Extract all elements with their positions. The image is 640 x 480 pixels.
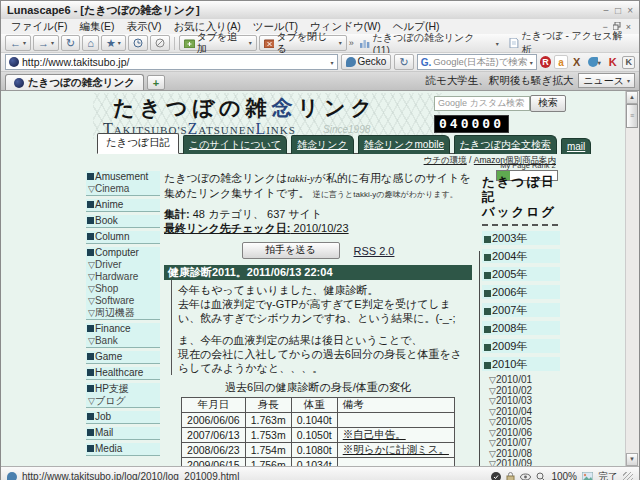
category-item[interactable]: ▽Shop — [86, 283, 160, 295]
refresh-button[interactable]: ↻ — [61, 35, 80, 51]
nav-tabs: たきつぼ日記このサイトについて雑念リンク雑念リンクmobileたきつぼ内全文検索… — [97, 136, 591, 154]
category-item[interactable]: Book — [86, 215, 160, 227]
scroll-down-icon[interactable]: ▼ — [626, 453, 638, 466]
news-button[interactable]: ニュース▾ — [578, 73, 635, 88]
scrollbar-thumb[interactable]: ≡ — [626, 104, 638, 128]
backlog-year[interactable]: 2005年 — [482, 267, 560, 281]
category-item[interactable]: ▽Bank — [86, 335, 160, 347]
zoom-icon[interactable] — [536, 472, 546, 480]
menu-item-1[interactable]: 編集(E) — [73, 20, 120, 32]
category-item[interactable]: HP支援 — [86, 383, 160, 395]
backlog-year[interactable]: 2004年 — [482, 249, 560, 263]
nav-tab-4[interactable]: たきつぼ内全文検索 — [454, 135, 557, 154]
home-button[interactable]: ⌂ — [82, 35, 99, 51]
back-button[interactable]: ←▾ — [5, 35, 31, 51]
category-label: Hardware — [95, 271, 138, 282]
triangle-icon: ▽ — [489, 417, 496, 427]
close-button[interactable]: × — [627, 5, 633, 16]
nav-tab-3[interactable]: 雑念リンクmobile — [358, 135, 450, 154]
bird-icon[interactable]: ▾ — [585, 55, 602, 69]
search-box[interactable]: G. Google(日本語)で検索 ▾ — [417, 54, 537, 70]
backlog-year[interactable]: 2006年 — [482, 285, 560, 299]
image-icon[interactable] — [582, 472, 593, 480]
nav-tab-5[interactable]: mail — [561, 138, 591, 154]
health-table: 年月日身長体重備考 2006/06/061.763m0.1040t2007/06… — [181, 397, 455, 466]
amazon-icon[interactable]: a — [554, 55, 568, 69]
url-dropdown-icon[interactable]: ▾ — [331, 59, 334, 66]
zoom-level[interactable]: 100% — [551, 471, 577, 480]
category-item[interactable]: Computer — [86, 247, 160, 259]
x-icon[interactable]: X — [571, 56, 583, 68]
menu-item-3[interactable]: お気に入り(A) — [167, 20, 246, 32]
nav-tab-1[interactable]: このサイトについて — [183, 135, 287, 154]
rss-link[interactable]: RSS 2.0 — [354, 245, 395, 257]
category-item[interactable]: ▽Hardware — [86, 271, 160, 283]
overflow-chevron[interactable]: » — [349, 38, 354, 48]
backlog-year[interactable]: 2003年 — [482, 231, 560, 245]
since-label: Since1998 — [323, 124, 370, 135]
url-input[interactable]: http://www.takitsubo.jp/ — [22, 56, 328, 68]
url-box[interactable]: http://www.takitsubo.jp/ ▾ — [5, 54, 338, 70]
category-item[interactable]: Finance — [86, 323, 160, 335]
menu-item-0[interactable]: ファイル(F) — [5, 20, 73, 32]
favorites-button[interactable]: ★▾ — [101, 35, 126, 51]
stop-button[interactable] — [150, 35, 170, 51]
table-cell: 0.1080t — [291, 443, 337, 458]
custom-search-input[interactable]: Google カスタム検索 — [434, 96, 530, 111]
k-box-icon[interactable]: K — [622, 56, 635, 69]
page-tab[interactable]: たきつぼの雑念リンク — [5, 74, 144, 90]
clap-button[interactable]: 拍手を送る — [242, 242, 340, 259]
forward-button[interactable]: →▾ — [33, 35, 59, 51]
category-item[interactable]: Column — [86, 231, 160, 243]
category-item[interactable]: ▽Driver — [86, 259, 160, 271]
new-tab-button[interactable]: + — [147, 75, 165, 90]
category-item[interactable]: ▽Cinema — [86, 183, 160, 195]
lock-icon[interactable] — [506, 472, 515, 480]
kaspersky-icon[interactable]: K — [606, 55, 620, 69]
scroll-up-icon[interactable]: ▲ — [626, 91, 638, 104]
category-item[interactable]: Game — [86, 351, 160, 363]
security-icon[interactable] — [491, 472, 501, 480]
backlog-year[interactable]: 2008年 — [482, 321, 560, 335]
category-item[interactable]: Anime — [86, 199, 160, 211]
category-item[interactable]: Job — [86, 411, 160, 423]
history-button[interactable] — [128, 35, 148, 51]
maximize-button[interactable]: □ — [615, 5, 621, 16]
close-tab-button[interactable]: タブを閉じる▾ — [259, 35, 347, 51]
minimize-button[interactable]: − — [603, 5, 609, 16]
backlog-year[interactable]: 2009年 — [482, 339, 560, 353]
category-label: Game — [95, 351, 122, 362]
backlog-year[interactable]: 2010年 — [482, 357, 560, 371]
category-label: Driver — [95, 259, 122, 270]
category-item[interactable]: ▽ブログ — [86, 395, 160, 407]
category-item[interactable]: Healthcare — [86, 367, 160, 379]
nav-tab-0[interactable]: たきつぼ日記 — [97, 133, 179, 154]
eye-icon[interactable] — [520, 473, 531, 480]
category-item[interactable]: Media — [86, 443, 160, 455]
menu-item-4[interactable]: ツール(T) — [247, 20, 304, 32]
gecko-icon — [346, 57, 356, 67]
category-item[interactable]: Mail — [86, 427, 160, 439]
add-tab-button[interactable]: タブを追加▾ — [179, 35, 257, 51]
bookmark-takitsubo[interactable]: たきつぼの雑念リンク (11)▾ — [356, 31, 503, 56]
search-dropdown-icon[interactable]: ▾ — [530, 59, 533, 66]
category-item[interactable]: ▽Software — [86, 295, 160, 307]
rakuten-icon[interactable]: R — [540, 56, 552, 68]
backlog-month[interactable]: ▽2010/09 — [482, 459, 560, 466]
gecko-engine-button[interactable]: Gecko — [341, 54, 392, 70]
menu-item-2[interactable]: 表示(V) — [120, 20, 167, 32]
resize-grip[interactable] — [623, 472, 633, 480]
custom-search-button[interactable]: 検索 — [530, 95, 566, 112]
table-header: 身長 — [245, 398, 291, 413]
category-item[interactable]: Amusement — [86, 171, 160, 183]
search-input[interactable]: Google(日本語)で検索 — [433, 56, 527, 69]
vertical-scrollbar[interactable]: ▲ ≡ ▼ — [625, 91, 639, 466]
nav-tab-2[interactable]: 雑念リンク — [291, 135, 354, 154]
backlog-year-label: 2007年 — [492, 304, 527, 316]
top-link-environment[interactable]: ウチの環境 — [424, 155, 467, 165]
category-item[interactable]: ▽周辺機器 — [86, 307, 160, 319]
table-header: 年月日 — [182, 398, 246, 413]
backlog-year[interactable]: 2007年 — [482, 303, 560, 317]
reload-button[interactable]: ↻ — [394, 54, 413, 70]
column-divider — [479, 251, 480, 466]
